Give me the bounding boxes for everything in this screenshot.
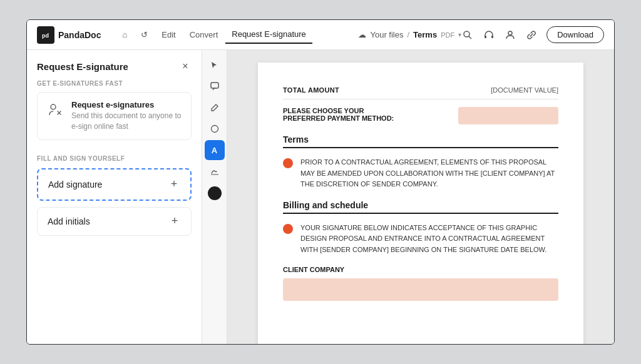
terms-bullet-item: PRIOR TO A CONTRACTUAL AGREEMENT, ELEMEN… bbox=[283, 157, 558, 190]
close-button[interactable]: × bbox=[179, 60, 192, 73]
logo-text: PandaDoc bbox=[58, 30, 101, 40]
nav-items: ⌂ ↺ Edit Convert Request E-signature bbox=[116, 26, 358, 44]
breadcrumb-files[interactable]: Your files bbox=[370, 30, 403, 39]
nav-request-esignature[interactable]: Request E-signature bbox=[225, 26, 312, 44]
home-icon: ⌂ bbox=[122, 30, 127, 39]
breadcrumb-separator: / bbox=[407, 30, 409, 39]
add-initials-button[interactable]: Add initials + bbox=[37, 207, 192, 236]
file-type-badge: PDF bbox=[441, 31, 454, 39]
payment-input-placeholder[interactable] bbox=[458, 107, 558, 124]
cursor-tool[interactable] bbox=[205, 55, 225, 75]
client-company-input[interactable] bbox=[283, 278, 558, 301]
search-button[interactable] bbox=[461, 29, 474, 41]
svg-point-7 bbox=[51, 104, 56, 109]
headphones-button[interactable] bbox=[483, 29, 495, 41]
client-company-label: CLIENT COMPANY bbox=[283, 266, 558, 273]
history-icon: ↺ bbox=[141, 30, 148, 39]
add-initials-plus-icon: + bbox=[168, 215, 181, 228]
top-bar: pd PandaDoc ⌂ ↺ Edit Convert Request E-s… bbox=[27, 20, 614, 50]
request-card-title: Request e-signatures bbox=[71, 100, 183, 109]
add-initials-label: Add initials bbox=[48, 216, 90, 226]
text-field-tool[interactable]: A bbox=[205, 140, 225, 160]
panel-header: Request E-signature × bbox=[27, 50, 202, 80]
nav-history[interactable]: ↺ bbox=[135, 26, 154, 43]
cloud-icon: ☁ bbox=[358, 30, 366, 39]
svg-text:pd: pd bbox=[42, 33, 49, 39]
terms-section-title: Terms bbox=[283, 134, 558, 148]
eraser-tool[interactable] bbox=[205, 119, 225, 139]
comment-tool[interactable] bbox=[205, 76, 225, 96]
request-card-text: Request e-signatures Send this document … bbox=[71, 100, 183, 132]
nav-home[interactable]: ⌂ bbox=[116, 26, 133, 43]
svg-rect-5 bbox=[491, 36, 493, 38]
logo-area: pd PandaDoc bbox=[37, 26, 101, 44]
app-window: pd PandaDoc ⌂ ↺ Edit Convert Request E-s… bbox=[26, 19, 615, 345]
request-card-subtitle: Send this document to anyone to e-sign o… bbox=[71, 111, 183, 132]
color-black-tool[interactable] bbox=[208, 186, 222, 200]
left-panel: Request E-signature × GET E-SIGNATURES F… bbox=[27, 50, 202, 344]
main-content: Request E-signature × GET E-SIGNATURES F… bbox=[27, 50, 614, 344]
total-amount-label: TOTAL AMOUNT bbox=[283, 86, 339, 94]
svg-point-6 bbox=[508, 31, 512, 35]
top-right-icons: Download bbox=[461, 26, 604, 43]
add-signature-button[interactable]: Add signature + bbox=[37, 168, 192, 201]
terms-orange-dot bbox=[283, 158, 293, 168]
breadcrumb: ☁ Your files / Terms PDF ▾ bbox=[358, 30, 461, 39]
svg-rect-8 bbox=[211, 83, 218, 88]
account-button[interactable] bbox=[504, 29, 516, 41]
fill-section-label: FILL AND SIGN YOURSELF bbox=[27, 150, 202, 168]
request-esignatures-card[interactable]: Request e-signatures Send this document … bbox=[37, 92, 192, 140]
doc-page: TOTAL AMOUNT [DOCUMENT VALUE] PLEASE CHO… bbox=[258, 63, 583, 344]
nav-edit[interactable]: Edit bbox=[155, 26, 182, 43]
document-area: TOTAL AMOUNT [DOCUMENT VALUE] PLEASE CHO… bbox=[227, 50, 614, 344]
nav-convert[interactable]: Convert bbox=[183, 26, 225, 43]
pen-tool[interactable] bbox=[205, 98, 225, 118]
panel-title: Request E-signature bbox=[37, 61, 128, 72]
billing-text: YOUR SIGNATURE BELOW INDICATES ACCEPTANC… bbox=[300, 223, 558, 256]
billing-section-title: Billing and schedule bbox=[283, 200, 558, 214]
signature-field-tool[interactable] bbox=[205, 161, 225, 181]
svg-point-2 bbox=[464, 31, 469, 37]
total-amount-value: [DOCUMENT VALUE] bbox=[491, 86, 558, 94]
payment-label: PLEASE CHOOSE YOUR PREFERRED PAYMENT MET… bbox=[283, 107, 408, 122]
svg-line-3 bbox=[469, 36, 471, 39]
total-amount-row: TOTAL AMOUNT [DOCUMENT VALUE] bbox=[283, 81, 558, 99]
toolbar-column: A bbox=[202, 50, 227, 344]
billing-bullet-item: YOUR SIGNATURE BELOW INDICATES ACCEPTANC… bbox=[283, 223, 558, 256]
breadcrumb-current-file: Terms bbox=[413, 30, 437, 39]
svg-rect-4 bbox=[485, 36, 486, 38]
payment-block: PLEASE CHOOSE YOUR PREFERRED PAYMENT MET… bbox=[283, 107, 558, 124]
get-esignatures-section-label: GET E-SIGNATURES FAST bbox=[27, 80, 202, 92]
add-signature-plus-icon: + bbox=[168, 178, 180, 191]
request-card-icon bbox=[45, 100, 65, 120]
payment-text-block: PLEASE CHOOSE YOUR PREFERRED PAYMENT MET… bbox=[283, 107, 408, 122]
link-button[interactable] bbox=[525, 29, 538, 41]
svg-point-9 bbox=[211, 126, 218, 133]
billing-orange-dot bbox=[283, 224, 293, 234]
terms-text: PRIOR TO A CONTRACTUAL AGREEMENT, ELEMEN… bbox=[300, 157, 558, 190]
logo-icon: pd bbox=[37, 26, 54, 44]
download-button[interactable]: Download bbox=[546, 26, 604, 43]
add-signature-label: Add signature bbox=[48, 179, 102, 190]
